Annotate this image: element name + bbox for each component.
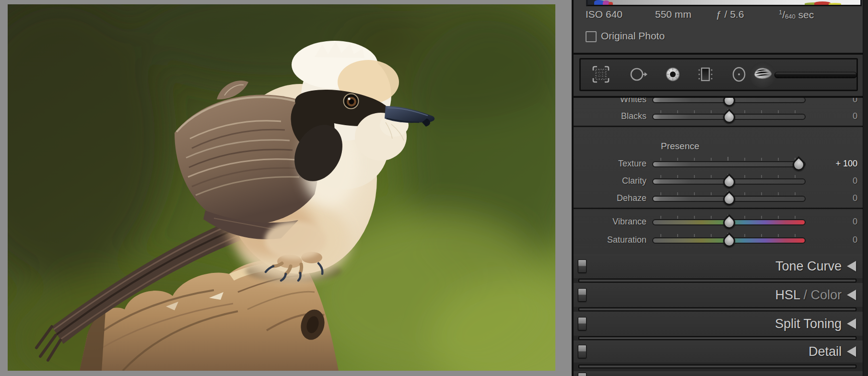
collapse-arrow-icon[interactable] bbox=[847, 346, 856, 357]
brush-handle bbox=[774, 72, 857, 78]
collapse-arrow-icon[interactable] bbox=[847, 261, 856, 271]
slider-tick bbox=[660, 110, 661, 113]
slider-tick bbox=[660, 234, 661, 237]
exif-focal-length: 550 mm bbox=[655, 9, 692, 20]
spot-removal-icon[interactable] bbox=[629, 65, 648, 84]
panel-toggle-switch[interactable] bbox=[578, 345, 586, 358]
panel-title-detail: Detail bbox=[809, 344, 842, 359]
panel-header-split-toning[interactable]: Split Toning bbox=[574, 312, 863, 336]
slider-tick bbox=[795, 110, 796, 113]
slider-tick bbox=[761, 110, 762, 113]
photo-canvas[interactable] bbox=[8, 4, 555, 371]
slider-tick bbox=[795, 234, 796, 237]
slider-track-area-whites[interactable] bbox=[653, 98, 805, 107]
panel-header-hsl-color[interactable]: HSL / Color bbox=[574, 283, 863, 307]
presence-header: Presence bbox=[661, 141, 699, 152]
slider-label: Whites bbox=[574, 98, 646, 105]
slider-row-blacks: Blacks0 bbox=[574, 107, 863, 125]
slider-knob-clarity[interactable] bbox=[720, 174, 737, 190]
histogram[interactable] bbox=[586, 0, 862, 6]
slider-tick bbox=[761, 158, 762, 161]
slider-tick bbox=[694, 216, 695, 219]
panel-header-partial bbox=[574, 371, 863, 376]
histogram-section: ISO 640 550 mm ƒ / 5.6 1/640 sec Origina… bbox=[574, 0, 863, 55]
slider-value-blacks[interactable]: 0 bbox=[853, 111, 857, 121]
slider-label: Dehaze bbox=[574, 193, 646, 203]
slider-tick bbox=[711, 216, 712, 219]
slider-tick bbox=[677, 110, 678, 113]
slider-tick bbox=[711, 192, 712, 195]
slider-track-area-clarity[interactable] bbox=[653, 173, 805, 188]
tool-strip bbox=[579, 58, 858, 91]
original-photo-checkbox[interactable] bbox=[586, 31, 597, 42]
panel-header-detail[interactable]: Detail bbox=[574, 341, 863, 363]
slider-value-dehaze[interactable]: 0 bbox=[853, 193, 857, 203]
slider-track-area-saturation[interactable] bbox=[653, 232, 805, 247]
slider-tick bbox=[744, 234, 745, 237]
slider-tick bbox=[694, 110, 695, 113]
red-eye-icon[interactable] bbox=[663, 65, 682, 84]
slider-value-texture[interactable]: + 100 bbox=[835, 159, 857, 169]
basic-panel-section: Presence Whites0Blacks0Texture+ 100Clari… bbox=[574, 96, 863, 254]
slider-tick bbox=[795, 192, 796, 195]
slider-value-vibrance[interactable]: 0 bbox=[853, 217, 857, 227]
slider-tick bbox=[660, 216, 661, 219]
panel-toggle-switch[interactable] bbox=[578, 259, 586, 273]
slider-track[interactable] bbox=[653, 162, 805, 166]
panel-toggle-switch[interactable] bbox=[578, 317, 586, 330]
clipped-slider-row: Whites0 bbox=[574, 98, 863, 108]
slider-track-area-texture[interactable] bbox=[653, 156, 805, 171]
slider-tick bbox=[744, 158, 745, 161]
slider-track-area-vibrance[interactable] bbox=[653, 214, 805, 229]
slider-track-area-dehaze[interactable] bbox=[653, 190, 805, 206]
panel-title-hsl-color: HSL / Color bbox=[775, 288, 842, 303]
slider-value-whites[interactable]: 0 bbox=[853, 98, 857, 105]
slider-knob-whites[interactable] bbox=[720, 98, 737, 108]
slider-label: Texture bbox=[574, 159, 646, 169]
slider-tick bbox=[660, 192, 661, 195]
slider-tick bbox=[778, 110, 779, 113]
slider-label: Clarity bbox=[574, 176, 646, 186]
slider-tick bbox=[744, 175, 745, 178]
slider-track-area-blacks[interactable] bbox=[653, 108, 805, 124]
tool-strip-section bbox=[574, 55, 863, 96]
slider-knob-blacks[interactable] bbox=[720, 109, 737, 126]
slider-tick bbox=[694, 192, 695, 195]
histogram-red-peak bbox=[814, 1, 831, 5]
slider-knob-vibrance[interactable] bbox=[720, 214, 737, 231]
slider-row-texture: Texture+ 100 bbox=[574, 155, 863, 172]
panel-toggle-switch[interactable] bbox=[578, 288, 586, 302]
slider-knob-saturation[interactable] bbox=[720, 233, 737, 249]
exif-info-row: ISO 640 550 mm ƒ / 5.6 1/640 sec bbox=[574, 9, 863, 23]
crop-overlay-icon[interactable] bbox=[591, 65, 610, 84]
histogram-red-channel bbox=[609, 2, 613, 5]
slider-row-clarity: Clarity0 bbox=[574, 172, 863, 189]
radial-filter-icon[interactable] bbox=[729, 65, 749, 84]
slider-tick bbox=[778, 234, 779, 237]
panel-title-text: / Color bbox=[800, 288, 842, 302]
collapse-arrow-icon[interactable] bbox=[847, 290, 856, 300]
panel-divider bbox=[578, 307, 856, 311]
slider-tick bbox=[778, 192, 779, 195]
panel-right-gutter[interactable] bbox=[863, 0, 868, 376]
panel-title-text: HSL bbox=[775, 288, 800, 302]
slider-knob-texture[interactable] bbox=[790, 156, 807, 173]
slider-knob-dehaze[interactable] bbox=[720, 191, 737, 208]
slider-tick bbox=[761, 216, 762, 219]
collapse-arrow-icon[interactable] bbox=[847, 318, 856, 329]
panel-toggle-switch[interactable] bbox=[578, 373, 586, 376]
panel-header-tone-curve[interactable]: Tone Curve bbox=[574, 254, 863, 278]
slider-row-vibrance: Vibrance0 bbox=[574, 213, 863, 230]
slider-tick bbox=[761, 175, 762, 178]
slider-tick bbox=[677, 234, 678, 237]
graduated-filter-icon[interactable] bbox=[696, 65, 715, 84]
slider-value-saturation[interactable]: 0 bbox=[853, 235, 857, 245]
slider-tick bbox=[795, 216, 796, 219]
adjustment-brush-icon[interactable] bbox=[752, 65, 772, 84]
slider-value-clarity[interactable]: 0 bbox=[853, 176, 857, 186]
panel-title-split-toning: Split Toning bbox=[775, 317, 842, 331]
panel-title-tone-curve: Tone Curve bbox=[775, 259, 842, 274]
slider-tick bbox=[694, 158, 695, 161]
slider-tick bbox=[761, 234, 762, 237]
slider-tick bbox=[711, 234, 712, 237]
